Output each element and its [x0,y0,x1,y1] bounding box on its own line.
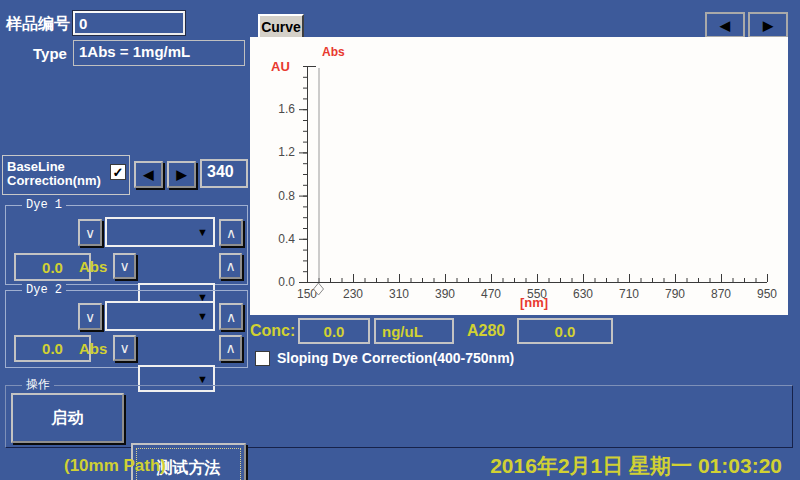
dye1-abs-label: Abs [79,258,107,275]
svg-text:230: 230 [343,287,363,301]
datetime-label: 2016年2月1日 星期一 01:03:20 [490,452,782,480]
baseline-decrement-button[interactable]: ◀ [134,161,163,188]
conc-label: Conc: [250,322,295,340]
svg-text:790: 790 [665,287,685,301]
sample-number-input[interactable]: 0 [73,11,185,35]
dye2-wavelength-up-button[interactable]: ∧ [219,303,243,330]
dye1-abs-down-button[interactable]: ∨ [113,253,136,279]
a280-value-field: 0.0 [517,318,613,344]
chart-title: Abs [322,45,345,59]
svg-text:0.4: 0.4 [278,232,295,246]
chart-y-axis-label: AU [271,59,290,74]
dye1-dropdown[interactable]: ▼ [105,217,215,247]
svg-text:630: 630 [573,287,593,301]
sloping-dye-checkbox[interactable] [255,351,270,366]
down-chevron-icon: ∨ [119,258,129,274]
svg-text:1.2: 1.2 [278,145,295,159]
svg-text:310: 310 [389,287,409,301]
dye1-group: Dye 1 ∨ ▼ ∧ 0.0 Abs ∨ ▼ ∧ [5,205,248,285]
up-chevron-icon: ∧ [225,340,235,356]
dye2-abs-label: Abs [79,340,107,357]
baseline-increment-button[interactable]: ▶ [167,161,196,188]
path-length-label: (10mm Path) [64,456,166,476]
down-chevron-icon: ∨ [85,225,95,241]
chart-prev-button[interactable]: ◀ [705,12,745,38]
chart-plot-area[interactable]: 0.00.40.81.21.61502303103904705506307107… [250,37,788,315]
start-button[interactable]: 启动 [11,393,124,443]
dye2-dropdown[interactable]: ▼ [105,301,215,331]
svg-text:390: 390 [435,287,455,301]
left-arrow-icon: ◀ [144,167,154,182]
left-arrow-icon: ◀ [720,18,730,33]
tab-curve[interactable]: Curve [258,14,304,37]
right-arrow-icon: ▶ [763,18,773,33]
baseline-checkbox[interactable]: ✓ [110,164,126,180]
svg-text:1.6: 1.6 [278,102,295,116]
dye2-title: Dye 2 [22,283,66,297]
dye1-abs-up-button[interactable]: ∧ [219,253,242,279]
svg-text:710: 710 [619,287,639,301]
up-chevron-icon: ∧ [226,309,236,325]
dye1-wavelength-up-button[interactable]: ∧ [219,219,243,246]
dropdown-arrow-icon: ▼ [197,373,208,385]
conc-value-field: 0.0 [298,318,370,344]
up-chevron-icon: ∧ [226,225,236,241]
svg-text:950: 950 [757,287,777,301]
down-chevron-icon: ∨ [119,340,129,356]
sample-number-label: 样品编号 [6,14,70,35]
svg-text:470: 470 [481,287,501,301]
dye1-title: Dye 1 [22,198,66,212]
dye2-group: Dye 2 ∨ ▼ ∧ 0.0 Abs ∨ ▼ ∧ [5,290,248,368]
baseline-value-field[interactable]: 340 [200,159,248,188]
baseline-correction-box: BaseLine Correction(nm) ✓ [2,155,130,195]
chart-next-button[interactable]: ▶ [748,12,788,38]
sloping-dye-label: Sloping Dye Correction(400-750nm) [277,350,514,366]
svg-text:0.8: 0.8 [278,189,295,203]
right-arrow-icon: ▶ [177,167,187,182]
operations-group: 操作 启动 测试方法 Blank Reblank 返回 [5,385,793,448]
dye2-abs-down-button[interactable]: ∨ [113,335,136,361]
check-icon: ✓ [113,166,124,179]
type-label: Type [33,45,67,62]
spectrophotometer-screen: { "colors": { "bg": "#3D5A9A", "accent_y… [0,0,800,480]
svg-text:0.0: 0.0 [278,275,295,289]
up-chevron-icon: ∧ [225,258,235,274]
dye2-abs-up-button[interactable]: ∧ [219,335,242,361]
svg-text:870: 870 [711,287,731,301]
down-chevron-icon: ∨ [85,309,95,325]
conc-unit-field[interactable]: ng/uL [374,318,454,344]
type-input[interactable]: 1Abs = 1mg/mL [73,40,245,66]
chart-x-axis-label: [nm] [520,295,548,310]
dye1-wavelength-down-button[interactable]: ∨ [78,219,102,246]
dropdown-arrow-icon: ▼ [197,310,208,322]
dropdown-arrow-icon: ▼ [197,226,208,238]
dye2-wavelength-down-button[interactable]: ∨ [78,303,102,330]
operations-title: 操作 [22,378,54,392]
a280-label: A280 [467,322,505,340]
absorbance-chart: Abs AU [nm] 0.00.40.81.21.61502303103904… [250,37,788,315]
